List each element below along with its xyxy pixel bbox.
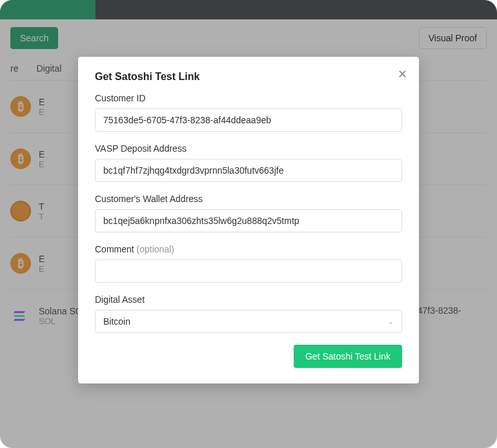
- select-value: Bitcoin: [103, 316, 130, 327]
- close-icon[interactable]: ✕: [398, 67, 407, 81]
- digital-asset-select[interactable]: Bitcoin ⌄: [95, 310, 402, 333]
- wallet-address-label: Customer's Wallet Address: [95, 194, 402, 204]
- app-frame: Search Visual Proof re Digital ₿ E E f3-…: [0, 0, 497, 448]
- wallet-address-input[interactable]: [95, 209, 402, 232]
- vasp-address-input[interactable]: [95, 159, 402, 182]
- comment-input[interactable]: [95, 260, 402, 283]
- modal-overlay[interactable]: Get Satoshi Test Link ✕ Customer ID VASP…: [0, 0, 497, 448]
- digital-asset-label: Digital Asset: [95, 294, 402, 305]
- comment-label: Comment (optional): [95, 244, 402, 254]
- modal-title: Get Satoshi Test Link: [95, 71, 402, 83]
- get-satoshi-link-button[interactable]: Get Satoshi Test Link: [294, 345, 402, 368]
- vasp-address-label: VASP Deposit Address: [95, 143, 402, 154]
- customer-id-label: Customer ID: [95, 93, 402, 103]
- satoshi-test-modal: Get Satoshi Test Link ✕ Customer ID VASP…: [78, 57, 419, 383]
- customer-id-input[interactable]: [95, 108, 402, 132]
- chevron-down-icon: ⌄: [387, 317, 394, 326]
- optional-hint: (optional): [137, 244, 174, 254]
